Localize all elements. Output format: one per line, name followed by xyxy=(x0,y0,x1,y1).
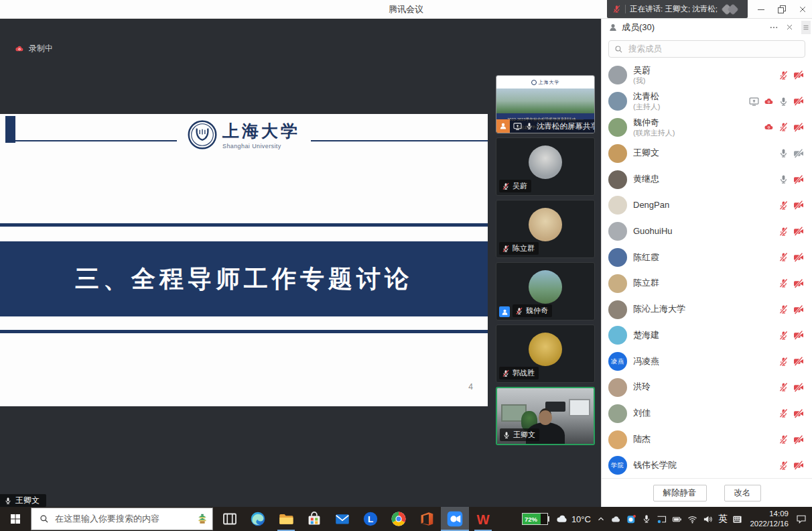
mic-muted-icon xyxy=(612,5,621,13)
taskbar-pc-manager-icon[interactable]: L xyxy=(356,507,385,531)
active-speaker-indicator: 王卿文 xyxy=(0,494,46,507)
member-avatar: 学院 xyxy=(608,456,627,475)
member-row[interactable]: GuohuiHu xyxy=(602,219,812,245)
member-row[interactable]: DengPan xyxy=(602,192,812,219)
video-thumbnail[interactable]: 陈立群 xyxy=(496,200,595,258)
member-info: 陆杰 xyxy=(633,434,772,445)
office-glyph xyxy=(419,511,435,527)
taskbar-microsoft-store-icon[interactable] xyxy=(300,507,328,531)
screen-cast-icon[interactable] xyxy=(657,514,667,524)
member-info: 冯凌燕 xyxy=(633,357,772,367)
member-row[interactable]: 吴蔚(我) xyxy=(602,62,812,88)
preview-campus-photo xyxy=(496,88,594,113)
mic-on-icon xyxy=(502,431,511,439)
taskbar-microsoft-edge-icon[interactable] xyxy=(244,507,272,531)
ime-keyboard-icon[interactable] xyxy=(732,514,742,524)
battery-tray-icon[interactable] xyxy=(672,514,682,524)
video-thumbnail[interactable]: 上海大学2022-2023学年秋全程导师培训系列活动——学院老师学生全程导师工作… xyxy=(496,75,595,133)
close-button[interactable] xyxy=(799,5,807,13)
rename-button[interactable]: 改名 xyxy=(724,485,761,501)
member-info: 洪玲 xyxy=(633,382,772,392)
battery-percent: 72% xyxy=(525,516,537,523)
video-thumbnail[interactable]: 吴蔚 xyxy=(496,137,595,196)
member-row[interactable]: 凌燕冯凌燕 xyxy=(602,349,812,375)
taskbar-office-icon[interactable] xyxy=(413,507,441,531)
member-row[interactable]: 楚海建 xyxy=(602,322,812,349)
participant-name: 陈立群 xyxy=(513,243,535,253)
volume-icon[interactable] xyxy=(703,514,713,524)
member-row[interactable]: 学院钱伟长学院 xyxy=(602,453,812,479)
participant-avatar xyxy=(529,333,562,366)
video-thumbnail[interactable]: 王卿文 xyxy=(496,387,595,445)
action-center-icon[interactable] xyxy=(796,514,807,524)
panel-close-button[interactable] xyxy=(786,23,793,31)
speaking-indicator-bar[interactable]: 正在讲话: 王卿文; 沈青松; xyxy=(607,0,748,18)
cam-off-icon xyxy=(793,174,804,185)
minimize-button[interactable] xyxy=(757,5,765,13)
member-status-icons xyxy=(779,174,804,185)
cloud-sync-icon[interactable] xyxy=(611,514,621,524)
mail-glyph xyxy=(334,511,350,527)
member-row[interactable]: 陈沁上海大学 xyxy=(602,296,812,322)
taskbar-clock[interactable]: 14:09 2022/12/16 xyxy=(750,509,789,529)
member-row[interactable]: 沈青松(主持人) xyxy=(602,88,812,115)
taskbar-wps-office-icon[interactable]: W xyxy=(469,507,497,531)
member-avatar xyxy=(608,92,627,111)
video-thumbnail[interactable]: 魏仲奇 xyxy=(496,262,595,320)
participant-avatar xyxy=(529,208,562,241)
taskbar-file-explorer-icon[interactable] xyxy=(272,507,300,531)
microphone-tray-icon[interactable] xyxy=(642,514,651,524)
weather-widget[interactable]: 10°C xyxy=(556,513,591,525)
mic-muted-icon xyxy=(502,369,510,377)
cam-off-icon xyxy=(793,330,804,341)
video-thumbnail[interactable]: 郭战胜 xyxy=(496,324,595,383)
weather-cloud-icon xyxy=(556,513,568,525)
hidden-icons-chevron[interactable] xyxy=(596,514,606,524)
member-name: 吴蔚 xyxy=(633,66,772,76)
member-role: (我) xyxy=(633,76,772,85)
cloud-record-icon xyxy=(764,122,774,132)
battery-indicator[interactable]: 72% xyxy=(522,513,548,525)
panel-grip-handle[interactable] xyxy=(801,21,811,34)
chrome-glyph xyxy=(391,511,407,527)
member-row[interactable]: 黄继忠 xyxy=(602,166,812,192)
person-icon xyxy=(501,308,509,316)
member-avatar xyxy=(608,300,627,319)
restore-button[interactable] xyxy=(778,5,786,13)
member-name: 刘佳 xyxy=(633,408,772,418)
taskbar-mail-icon[interactable] xyxy=(328,507,356,531)
mic-icon xyxy=(525,122,533,130)
member-row[interactable]: 刘佳 xyxy=(602,400,812,426)
member-avatar xyxy=(608,404,627,423)
unmute-button[interactable]: 解除静音 xyxy=(653,485,707,501)
start-button[interactable] xyxy=(0,507,31,531)
member-role: (主持人) xyxy=(633,103,743,111)
member-avatar xyxy=(608,378,627,397)
member-search-input[interactable] xyxy=(627,44,799,54)
slide-page-number: 4 xyxy=(468,382,473,392)
taskbar-tencent-meeting-icon[interactable] xyxy=(441,507,469,531)
more-options-button[interactable] xyxy=(769,23,779,32)
member-row[interactable]: 魏仲奇(联席主持人) xyxy=(602,115,812,141)
active-speaker-name: 王卿文 xyxy=(15,495,40,506)
member-avatar: 凌燕 xyxy=(608,352,627,371)
member-row[interactable]: 洪玲 xyxy=(602,375,812,401)
bing-daily-icon[interactable] xyxy=(196,513,208,525)
input-language-indicator[interactable]: 英 xyxy=(718,513,728,525)
member-row[interactable]: 陆杰 xyxy=(602,426,812,453)
member-search[interactable] xyxy=(608,40,805,58)
member-row[interactable]: 王卿文 xyxy=(602,140,812,166)
member-avatar xyxy=(608,326,627,345)
university-name-cn: 上海大学 xyxy=(222,120,300,142)
wifi-icon[interactable] xyxy=(687,514,697,524)
member-row[interactable]: 陈红霞 xyxy=(602,245,812,271)
mic-muted-icon xyxy=(779,434,789,445)
messenger-app-icon[interactable] xyxy=(626,514,636,524)
slide-rule-bottom xyxy=(0,330,488,333)
member-row[interactable]: 陈立群 xyxy=(602,270,812,296)
pc-manager-glyph: L xyxy=(362,511,379,527)
taskbar-search[interactable]: 在这里输入你要搜索的内容 xyxy=(31,508,213,530)
taskbar-task-view-icon[interactable] xyxy=(216,507,244,531)
shared-slide: 上海大学 Shanghai University 三、全程导师工作专题讨论 4 xyxy=(0,114,488,406)
taskbar-chrome-icon[interactable] xyxy=(385,507,413,531)
